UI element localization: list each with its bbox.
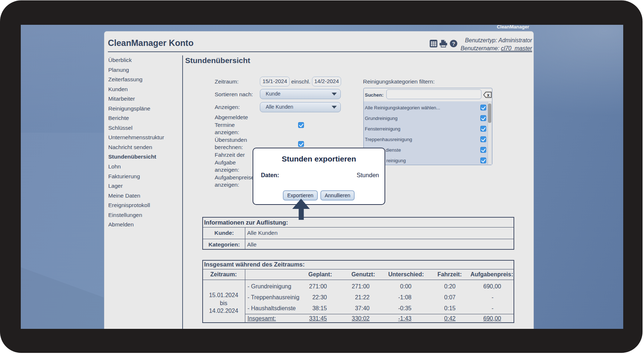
svg-text:x: x (487, 93, 489, 98)
